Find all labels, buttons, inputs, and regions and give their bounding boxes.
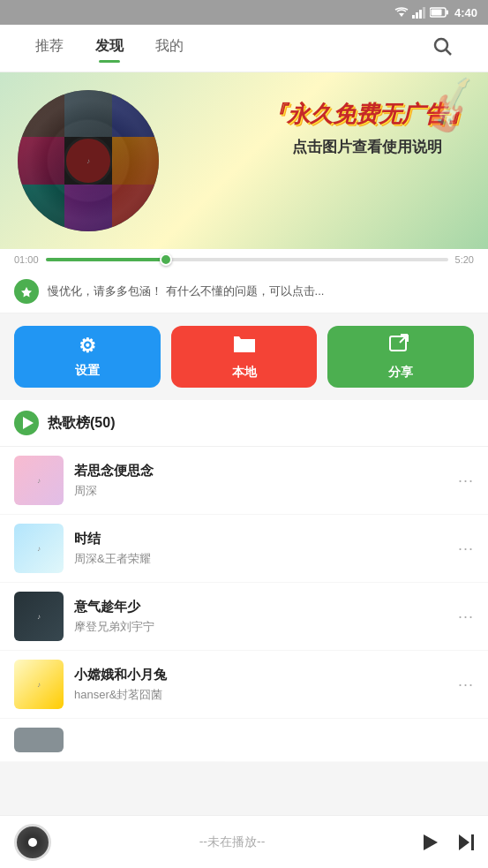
song-item-5[interactable]: [0, 719, 488, 762]
status-bar: 4:40: [0, 0, 488, 25]
wifi-icon: [394, 6, 409, 19]
play-icon: [424, 834, 438, 850]
svg-rect-7: [431, 10, 441, 16]
signal-icon: [412, 6, 426, 19]
song-info-2: 时结 周深&王者荣耀: [74, 531, 447, 567]
progress-bar-area: 01:00 5:20: [0, 249, 488, 270]
song-title-4: 小嫦娥和小月兔: [74, 667, 447, 683]
song-item-4[interactable]: ♪ 小嫦娥和小月兔 hanser&封茗囧菌 ···: [0, 651, 488, 719]
svg-line-9: [447, 49, 452, 55]
song-more-1[interactable]: ···: [458, 472, 474, 490]
player-disc: [14, 824, 51, 861]
next-bar-icon: [471, 834, 474, 850]
status-time: 4:40: [454, 6, 477, 19]
song-list: ♪ 若思念便思念 周深 ··· ♪ 时结 周深&王者荣耀 ··· ♪ 意气趁年少: [0, 447, 488, 762]
song-more-2[interactable]: ···: [458, 540, 474, 558]
bottom-player: --未在播放--: [0, 815, 488, 868]
song-artist-2: 周深&王者荣耀: [74, 551, 447, 567]
search-icon[interactable]: [432, 35, 453, 62]
svg-rect-3: [419, 10, 422, 19]
song-title-3: 意气趁年少: [74, 599, 447, 615]
tab-recommend[interactable]: 推荐: [35, 37, 64, 59]
share-button[interactable]: 分享: [327, 326, 474, 388]
song-thumb-4: ♪: [14, 660, 64, 709]
settings-button[interactable]: ⚙ 设置: [14, 326, 161, 388]
progress-track[interactable]: [46, 258, 448, 261]
svg-point-8: [435, 39, 447, 51]
disc-center: [28, 838, 37, 847]
song-thumb-5: [14, 728, 64, 752]
play-all-button[interactable]: [14, 411, 39, 435]
play-button[interactable]: [413, 826, 445, 858]
song-item-1[interactable]: ♪ 若思念便思念 周深 ···: [0, 447, 488, 515]
hot-songs-title: 热歌榜(50): [48, 414, 115, 433]
svg-marker-0: [399, 13, 404, 17]
song-thumb-2: ♪: [14, 524, 64, 573]
song-more-3[interactable]: ···: [458, 608, 474, 626]
player-controls: [413, 826, 474, 858]
tab-mine[interactable]: 我的: [155, 37, 184, 59]
settings-label: 设置: [75, 363, 100, 379]
song-more-4[interactable]: ···: [458, 676, 474, 694]
settings-icon: ⚙: [79, 335, 96, 358]
song-artist-1: 周深: [74, 483, 447, 499]
svg-rect-4: [423, 7, 425, 19]
svg-rect-6: [446, 11, 448, 15]
banner[interactable]: ♪ 『永久免费无广告』 点击图片查看使用说明 🎸: [0, 72, 488, 249]
play-icon: [23, 417, 34, 429]
song-title-1: 若思念便思念: [74, 463, 447, 479]
next-button[interactable]: [459, 834, 474, 850]
song-info-1: 若思念便思念 周深: [74, 463, 447, 499]
player-status: --未在播放--: [62, 834, 402, 850]
share-label: 分享: [388, 365, 413, 381]
song-thumb-3: ♪: [14, 592, 64, 641]
next-triangle-icon: [459, 834, 469, 850]
progress-thumb: [160, 253, 172, 266]
notice-icon: [14, 279, 39, 304]
song-artist-4: hanser&封茗囧菌: [74, 687, 447, 703]
song-info-4: 小嫦娥和小月兔 hanser&封茗囧菌: [74, 667, 447, 703]
song-item-3[interactable]: ♪ 意气趁年少 摩登兄弟刘宇宁 ···: [0, 583, 488, 651]
notice-bar: 慢优化，请多多包涵！ 有什么不懂的问题，可以点击...: [0, 270, 488, 313]
nav-tabs: 推荐 发现 我的: [35, 37, 184, 59]
svg-rect-2: [416, 12, 418, 19]
time-start: 01:00: [14, 254, 39, 265]
folder-icon: [232, 333, 257, 359]
progress-fill: [46, 258, 167, 261]
notice-text: 慢优化，请多多包涵！ 有什么不懂的问题，可以点击...: [48, 283, 474, 299]
share-icon: [388, 333, 413, 359]
song-title-2: 时结: [74, 531, 447, 547]
song-info-3: 意气趁年少 摩登兄弟刘宇宁: [74, 599, 447, 635]
song-artist-3: 摩登兄弟刘宇宁: [74, 619, 447, 635]
status-icons: [394, 6, 449, 19]
top-nav: 推荐 发现 我的: [0, 25, 488, 72]
tab-discover[interactable]: 发现: [95, 37, 124, 59]
svg-rect-1: [412, 15, 415, 19]
battery-icon: [430, 7, 449, 18]
action-buttons: ⚙ 设置 本地 分享: [0, 313, 488, 400]
hot-songs-header: 热歌榜(50): [0, 400, 488, 447]
time-end: 5:20: [455, 254, 474, 265]
local-button[interactable]: 本地: [171, 326, 318, 388]
song-thumb-1: ♪: [14, 456, 64, 505]
song-item-2[interactable]: ♪ 时结 周深&王者荣耀 ···: [0, 515, 488, 583]
local-label: 本地: [232, 365, 257, 381]
